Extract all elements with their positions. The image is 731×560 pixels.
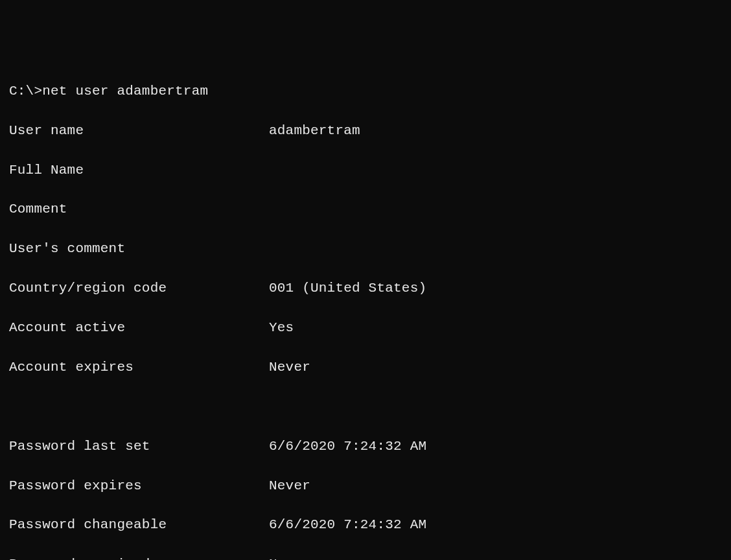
row-label: User name bbox=[9, 121, 269, 141]
row-value: Never bbox=[269, 476, 310, 496]
row-label: Password changeable bbox=[9, 515, 269, 535]
prompt-text: C:\>net user adambertram bbox=[9, 84, 208, 99]
blank-line bbox=[9, 397, 731, 417]
row-label: Account expires bbox=[9, 358, 269, 377]
row-label: Country/region code bbox=[9, 279, 269, 298]
row-label: Password last set bbox=[9, 437, 269, 456]
row-label: User's comment bbox=[9, 239, 269, 259]
output-row: Account activeYes bbox=[9, 318, 731, 338]
output-row: Password last set6/6/2020 7:24:32 AM bbox=[9, 437, 731, 456]
row-label: Password expires bbox=[9, 476, 269, 496]
row-label: Comment bbox=[9, 200, 269, 219]
row-label: Password required bbox=[9, 555, 269, 560]
command-prompt-line[interactable]: C:\>net user adambertram bbox=[9, 82, 731, 101]
row-label: Account active bbox=[9, 318, 269, 338]
output-row: Country/region code001 (United States) bbox=[9, 279, 731, 298]
row-value: Yes bbox=[269, 318, 294, 338]
row-value: adambertram bbox=[269, 121, 360, 141]
row-label: Full Name bbox=[9, 161, 269, 180]
output-row: User nameadambertram bbox=[9, 121, 731, 141]
output-row: Password expiresNever bbox=[9, 476, 731, 496]
row-value: 6/6/2020 7:24:32 AM bbox=[269, 515, 426, 535]
row-value: No bbox=[269, 555, 286, 560]
output-row: Password changeable6/6/2020 7:24:32 AM bbox=[9, 515, 731, 535]
output-row: User's comment bbox=[9, 239, 731, 259]
output-row: Full Name bbox=[9, 161, 731, 180]
row-value: Never bbox=[269, 358, 310, 377]
output-row: Account expiresNever bbox=[9, 358, 731, 377]
row-value: 6/6/2020 7:24:32 AM bbox=[269, 437, 426, 456]
output-row: Comment bbox=[9, 200, 731, 219]
output-row: Password requiredNo bbox=[9, 555, 731, 560]
row-value: 001 (United States) bbox=[269, 279, 426, 298]
